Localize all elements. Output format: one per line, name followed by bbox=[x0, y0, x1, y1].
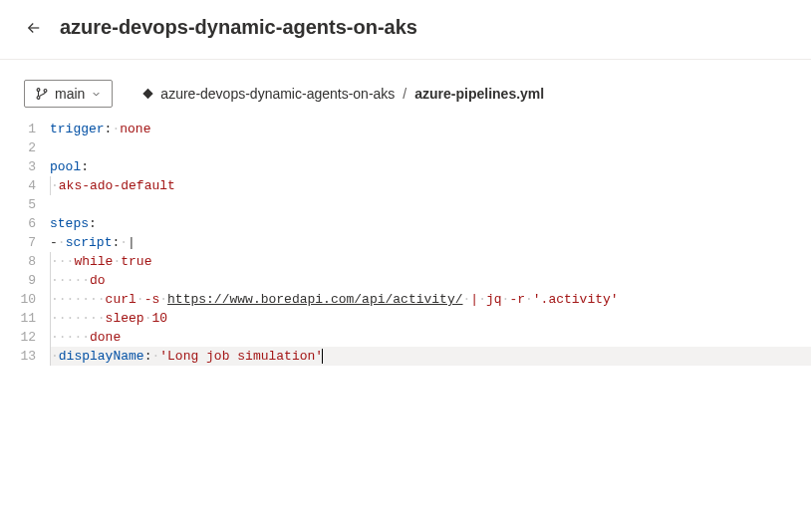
back-button[interactable] bbox=[24, 18, 44, 38]
chevron-down-icon bbox=[91, 89, 102, 100]
svg-rect-3 bbox=[142, 88, 152, 98]
line-number: 4 bbox=[10, 176, 36, 195]
toolbar: main azure-devops-dynamic-agents-on-aks … bbox=[0, 60, 811, 120]
branch-selector[interactable]: main bbox=[24, 80, 113, 108]
line-number: 7 bbox=[10, 233, 36, 252]
line-number: 12 bbox=[10, 328, 36, 347]
text-cursor bbox=[322, 349, 323, 364]
line-number: 8 bbox=[10, 252, 36, 271]
breadcrumb-file[interactable]: azure-pipelines.yml bbox=[414, 86, 544, 102]
code-line[interactable]: -·script:·| bbox=[50, 233, 811, 252]
breadcrumb-repo[interactable]: azure-devops-dynamic-agents-on-aks bbox=[160, 86, 395, 102]
code-line[interactable]: trigger:·none bbox=[50, 120, 811, 138]
code-line[interactable] bbox=[50, 195, 811, 214]
arrow-left-icon bbox=[25, 19, 43, 37]
code-content[interactable]: trigger:·nonepool:·aks-ado-defaultsteps:… bbox=[50, 120, 811, 366]
line-number: 5 bbox=[10, 195, 36, 214]
code-line[interactable]: ···while·true bbox=[50, 252, 811, 271]
line-number: 13 bbox=[10, 347, 36, 366]
line-number: 6 bbox=[10, 214, 36, 233]
line-number: 2 bbox=[10, 138, 36, 157]
code-line[interactable]: ·displayName:·'Long job simulation' bbox=[50, 347, 811, 366]
code-line[interactable]: ·aks-ado-default bbox=[50, 176, 811, 195]
code-editor[interactable]: 12345678910111213 trigger:·nonepool:·aks… bbox=[0, 120, 811, 366]
code-line[interactable] bbox=[50, 138, 811, 157]
breadcrumb: azure-devops-dynamic-agents-on-aks / azu… bbox=[140, 86, 544, 102]
svg-point-0 bbox=[37, 89, 40, 92]
code-line[interactable]: ·······sleep·10 bbox=[50, 309, 811, 328]
repo-icon bbox=[140, 87, 154, 101]
breadcrumb-separator: / bbox=[401, 86, 408, 102]
line-number: 3 bbox=[10, 157, 36, 176]
line-number: 9 bbox=[10, 271, 36, 290]
line-number-gutter: 12345678910111213 bbox=[6, 120, 50, 366]
code-line[interactable]: pool: bbox=[50, 157, 811, 176]
line-number: 1 bbox=[10, 120, 36, 138]
code-line[interactable]: ·····do bbox=[50, 271, 811, 290]
line-number: 11 bbox=[10, 309, 36, 328]
code-line[interactable]: ·····done bbox=[50, 328, 811, 347]
line-number: 10 bbox=[10, 290, 36, 309]
page-header: azure-devops-dynamic-agents-on-aks bbox=[0, 0, 811, 60]
code-line[interactable]: ·······curl·-s·https://www.boredapi.com/… bbox=[50, 290, 811, 309]
git-branch-icon bbox=[35, 87, 49, 101]
svg-point-2 bbox=[44, 90, 47, 93]
branch-name: main bbox=[55, 86, 85, 102]
page-title: azure-devops-dynamic-agents-on-aks bbox=[60, 16, 417, 39]
code-line[interactable]: steps: bbox=[50, 214, 811, 233]
svg-point-1 bbox=[37, 97, 40, 100]
